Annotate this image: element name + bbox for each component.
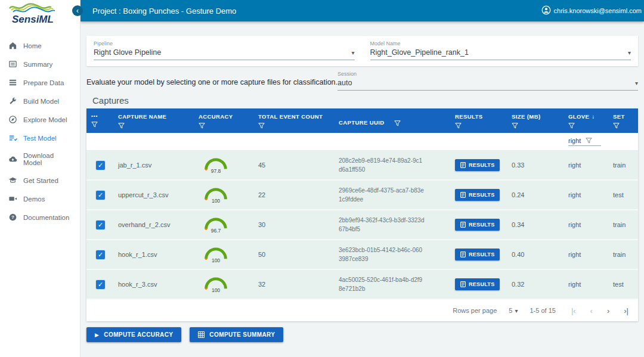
table-header: ••• CAPTURE NAME ACCURACY TOTAL EVENT CO… bbox=[86, 108, 638, 133]
accuracy-gauge: 100 bbox=[202, 246, 230, 263]
selection-panel: Pipeline Right Glove Pipeline ▾ Model Na… bbox=[86, 36, 638, 66]
compute-summary-button[interactable]: COMPUTE SUMMARY bbox=[190, 327, 283, 342]
sidebar-item-summary[interactable]: Summary bbox=[0, 55, 80, 73]
filter-icon[interactable] bbox=[613, 123, 620, 129]
filter-icon[interactable] bbox=[455, 123, 462, 129]
capture-uuid: 208c2eb9-e819-4e74-89a2-9c1d6a1ff550 bbox=[334, 156, 450, 174]
results-button[interactable]: RESULTS bbox=[455, 189, 500, 201]
logo-text: SensiML bbox=[12, 14, 54, 25]
row-checkbox[interactable]: ✓ bbox=[96, 191, 105, 200]
project-title: Project : Boxing Punches - Gesture Demo bbox=[92, 7, 236, 15]
sensiml-logo[interactable]: SensiML bbox=[0, 0, 80, 30]
set-value: train bbox=[608, 162, 638, 169]
filter-icon[interactable] bbox=[586, 138, 592, 144]
chevron-down-icon: ▾ bbox=[351, 49, 354, 56]
column-menu-icon[interactable]: ••• bbox=[91, 113, 109, 119]
event-count: 45 bbox=[253, 162, 334, 169]
results-button[interactable]: RESULTS bbox=[455, 219, 500, 231]
capture-name: hook_r_1.csv bbox=[113, 251, 194, 258]
capture-uuid: 2969ce6e-48df-4375-aca7-b83e1c9fddee bbox=[334, 186, 450, 204]
graduation-cap-icon bbox=[8, 176, 17, 185]
glove-value: right bbox=[564, 221, 608, 228]
sidebar-item-label: Demos bbox=[23, 195, 45, 203]
compute-accuracy-button[interactable]: ▶ COMPUTE ACCURACY bbox=[86, 327, 181, 342]
table-row: ✓ hook_r_1.csv 100 50 3e623bcb-01b5-4142… bbox=[86, 240, 638, 270]
event-count: 30 bbox=[253, 221, 334, 228]
filter-icon[interactable] bbox=[118, 123, 125, 129]
column-header-capture-name[interactable]: CAPTURE NAME bbox=[113, 112, 194, 130]
size-mb: 0.34 bbox=[507, 221, 564, 228]
actions-bar: ▶ COMPUTE ACCURACY COMPUTE SUMMARY bbox=[86, 327, 638, 342]
glove-filter-input[interactable]: right bbox=[568, 137, 601, 146]
results-button[interactable]: RESULTS bbox=[455, 159, 500, 171]
accuracy-value: 100 bbox=[212, 198, 220, 204]
sidebar-item-home[interactable]: Home bbox=[0, 36, 80, 55]
check-icon: ✓ bbox=[98, 191, 103, 198]
column-header-accuracy[interactable]: ACCURACY bbox=[194, 112, 253, 130]
column-header-results[interactable]: RESULTS bbox=[450, 112, 507, 130]
row-checkbox[interactable]: ✓ bbox=[96, 250, 105, 259]
pipeline-label: Pipeline bbox=[94, 41, 355, 46]
column-header-size[interactable]: SIZE (MB) bbox=[507, 112, 564, 130]
filter-icon[interactable] bbox=[394, 120, 401, 126]
check-icon: ✓ bbox=[98, 251, 103, 258]
sidebar-item-download-model[interactable]: Download Model bbox=[0, 147, 80, 171]
play-icon: ▶ bbox=[95, 332, 99, 338]
sidebar-item-label: Documentation bbox=[23, 214, 69, 221]
column-header-capture-uuid[interactable]: CAPTURE UUID bbox=[334, 112, 450, 130]
sidebar-nav: Home Summary Prepare Data Build Model Ex… bbox=[0, 36, 80, 226]
sidebar-collapse-button[interactable]: ‹ bbox=[72, 5, 83, 16]
table-row: ✓ hook_r_3.csv 100 32 4ac50025-520c-461f… bbox=[86, 270, 638, 300]
accuracy-gauge: 100 bbox=[202, 186, 230, 204]
last-page-icon[interactable]: ›| bbox=[624, 306, 628, 315]
prev-page-icon[interactable]: ‹ bbox=[590, 306, 593, 315]
sidebar-item-documentation[interactable]: ? Documentation bbox=[0, 208, 80, 226]
document-icon bbox=[460, 281, 466, 287]
pagination-range: 1-5 of 15 bbox=[530, 307, 555, 314]
next-page-icon[interactable]: › bbox=[607, 306, 609, 315]
session-select[interactable]: auto ▾ bbox=[338, 79, 638, 91]
user-account[interactable]: chris.knorowski@sensiml.com bbox=[541, 5, 642, 16]
user-email: chris.knorowski@sensiml.com bbox=[554, 7, 642, 14]
sidebar-item-prepare-data[interactable]: Prepare Data bbox=[0, 73, 80, 92]
column-header-total-event-count[interactable]: TOTAL EVENT COUNT bbox=[253, 112, 334, 130]
check-icon: ✓ bbox=[98, 221, 103, 228]
results-button[interactable]: RESULTS bbox=[455, 249, 500, 260]
sidebar-item-test-model[interactable]: Test Model bbox=[0, 129, 80, 147]
model-name-select[interactable]: Right_Glove_Pipeline_rank_1 ▾ bbox=[370, 48, 631, 60]
row-checkbox[interactable]: ✓ bbox=[96, 221, 105, 229]
videocam-icon bbox=[8, 194, 17, 203]
summary-icon bbox=[8, 60, 17, 69]
results-button[interactable]: RESULTS bbox=[455, 278, 500, 290]
filter-icon[interactable] bbox=[91, 122, 98, 128]
sidebar-item-label: Prepare Data bbox=[23, 79, 64, 86]
filter-icon[interactable] bbox=[258, 123, 265, 129]
glove-value: right bbox=[564, 281, 608, 288]
column-header-set[interactable]: SET bbox=[608, 112, 638, 130]
check-icon: ✓ bbox=[98, 162, 103, 169]
document-icon bbox=[460, 162, 466, 168]
size-mb: 0.40 bbox=[507, 251, 564, 258]
sort-desc-icon[interactable]: ↓ bbox=[592, 113, 595, 120]
set-value: test bbox=[608, 191, 638, 198]
chevron-left-icon: ‹ bbox=[76, 7, 79, 15]
row-checkbox[interactable]: ✓ bbox=[96, 161, 105, 170]
sidebar-item-label: Explore Model bbox=[23, 116, 67, 123]
sidebar-item-get-started[interactable]: Get Started bbox=[0, 171, 80, 190]
svg-text:?: ? bbox=[11, 215, 14, 220]
sidebar-item-demos[interactable]: Demos bbox=[0, 190, 80, 208]
pipeline-select[interactable]: Right Glove Pipeline ▾ bbox=[94, 48, 355, 60]
capture-uuid: 2bb9ef94-362f-43c9-b3df-3323d67b4bf5 bbox=[334, 216, 450, 234]
filter-icon[interactable] bbox=[512, 123, 518, 129]
compass-icon bbox=[8, 115, 17, 124]
sidebar-item-explore-model[interactable]: Explore Model bbox=[0, 110, 80, 129]
rows-per-page-select[interactable]: 5 ▾ bbox=[509, 307, 518, 314]
check-icon: ✓ bbox=[98, 281, 103, 288]
filter-icon[interactable] bbox=[199, 123, 205, 129]
row-checkbox[interactable]: ✓ bbox=[96, 280, 105, 289]
column-header-glove[interactable]: GLOVE↓ bbox=[564, 112, 608, 130]
sidebar-item-build-model[interactable]: Build Model bbox=[0, 92, 80, 110]
wrench-icon bbox=[8, 97, 17, 105]
filter-icon[interactable] bbox=[568, 123, 575, 129]
first-page-icon[interactable]: |‹ bbox=[571, 306, 576, 315]
